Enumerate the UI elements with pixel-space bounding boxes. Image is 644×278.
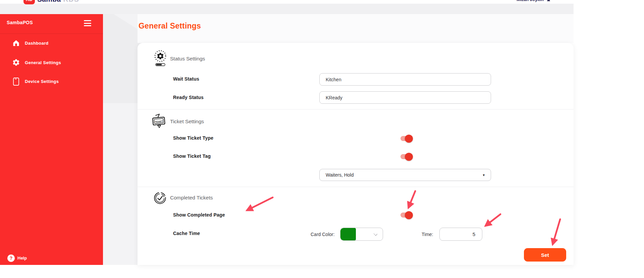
content-background (138, 14, 574, 43)
ready-status-label: Ready Status (173, 95, 204, 100)
card-color-swatch (340, 228, 356, 240)
app-logo: KD Samba KDS (23, 0, 117, 4)
logo-text-kds: KDS (63, 0, 79, 3)
sidebar-item-dashboard[interactable]: Dashboard (0, 39, 103, 52)
sidebar-item-label: General Settings (25, 60, 61, 65)
time-label: Time: (422, 232, 433, 237)
section-divider (138, 109, 574, 109)
section-divider (138, 187, 574, 187)
show-completed-page-toggle[interactable] (400, 213, 412, 218)
gear-icon (12, 58, 20, 67)
sidebar: SambaPOS Dashboard General Settings (0, 14, 103, 265)
sidebar-item-help[interactable]: ? Help (0, 254, 103, 264)
sidebar-item-label: Device Settings (25, 79, 59, 84)
cache-time-input[interactable] (439, 228, 482, 241)
sidebar-item-general-settings[interactable]: General Settings (0, 58, 103, 72)
help-icon: ? (7, 254, 15, 262)
user-avatar-icon (546, 0, 551, 2)
page-title: General Settings (139, 21, 201, 31)
set-button[interactable]: Set (524, 248, 566, 262)
user-name: Mizan Joykin (517, 0, 544, 2)
sidebar-divider (0, 34, 103, 34)
toggle-knob (405, 153, 413, 161)
svg-text:TICKET: TICKET (155, 120, 163, 123)
show-completed-page-label: Show Completed Page (173, 212, 225, 218)
status-settings-title: Status Settings (170, 56, 205, 62)
sidebar-item-device-settings[interactable]: Device Settings (0, 77, 103, 91)
user-menu[interactable]: Mizan Joykin (517, 0, 575, 3)
show-ticket-type-label: Show Ticket Type (173, 135, 213, 141)
sidebar-brand: SambaPOS (7, 20, 33, 25)
help-label: Help (17, 256, 27, 261)
tablet-icon (12, 77, 20, 86)
wait-status-label: Wait Status (173, 76, 199, 82)
toggle-knob (405, 211, 413, 219)
cache-time-label: Cache Time (173, 231, 200, 236)
ready-status-input[interactable] (319, 91, 491, 104)
chevron-down-icon: ▾ (483, 173, 485, 177)
app-root: KD Samba KDS Mizan Joykin SambaPOS (0, 0, 644, 278)
ticket-tag-select-value: Waiters, Hold (326, 172, 354, 178)
completed-tickets-title: Completed Tickets (170, 195, 213, 201)
topbar-lower (0, 4, 574, 14)
show-ticket-tag-label: Show Ticket Tag (173, 153, 211, 159)
toggle-knob (405, 135, 413, 143)
ticket-tag-select[interactable]: Waiters, Hold ▾ (319, 169, 491, 181)
logo-badge-icon: KD (23, 0, 35, 4)
card-color-select[interactable] (340, 228, 383, 241)
ticket-settings-title: Ticket Settings (170, 119, 204, 125)
chevron-down-icon (374, 232, 377, 236)
sidebar-item-label: Dashboard (25, 41, 49, 46)
wait-status-input[interactable] (319, 73, 491, 86)
menu-toggle-icon[interactable] (84, 20, 92, 27)
completed-tickets-icon (153, 190, 167, 207)
logo-text-samba: Samba (37, 0, 61, 3)
home-icon (12, 39, 20, 48)
card-color-label: Card Color: (311, 232, 335, 237)
ticket-settings-icon: TICKET (152, 113, 166, 131)
show-ticket-type-toggle[interactable] (400, 136, 412, 141)
show-ticket-tag-toggle[interactable] (400, 154, 412, 159)
status-settings-icon (153, 49, 168, 68)
